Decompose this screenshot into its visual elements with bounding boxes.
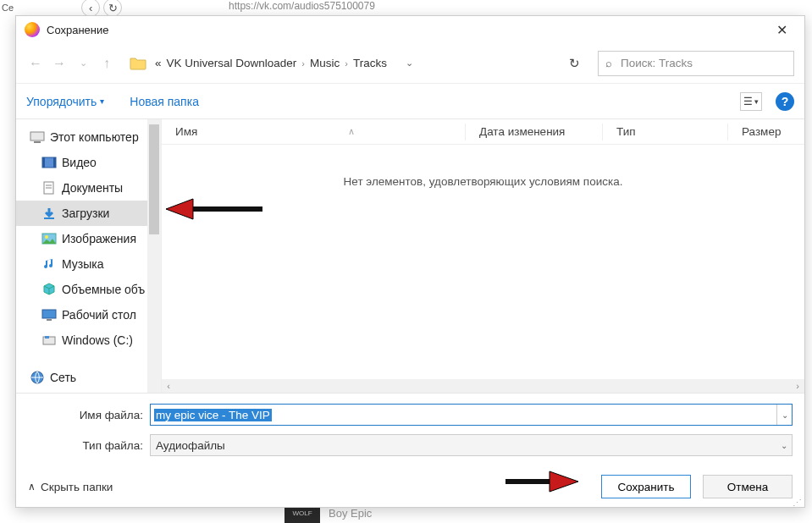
tree-item-docs[interactable]: Документы: [16, 175, 161, 201]
save-button[interactable]: Сохранить: [601, 475, 691, 498]
breadcrumb-seg-1[interactable]: Music: [310, 57, 340, 69]
filename-dropdown[interactable]: ⌄: [776, 405, 792, 425]
nav-history-dropdown[interactable]: ⌄: [74, 58, 92, 69]
bg-nav-reload: ↻: [103, 0, 122, 17]
annotation-arrow-1: [164, 197, 264, 221]
close-button[interactable]: ✕: [764, 18, 799, 41]
sort-asc-icon: ∧: [348, 126, 355, 137]
tree-item-net[interactable]: Сеть: [16, 365, 161, 390]
filetype-value: Аудиофайлы: [156, 439, 225, 452]
filetype-select[interactable]: Аудиофайлы ⌄: [150, 434, 793, 456]
list-view-icon: ☰: [743, 96, 753, 107]
svg-rect-12: [47, 319, 52, 321]
cube-icon: [41, 283, 57, 296]
hide-folders-toggle[interactable]: ∧ Скрыть папки: [28, 481, 113, 493]
form-area: Имя файла: my epic vice - The VIP ⌄ Тип …: [16, 393, 804, 471]
col-type[interactable]: Тип: [602, 124, 727, 140]
tree-item-down[interactable]: Загрузки: [16, 201, 161, 226]
img-icon: [41, 232, 57, 245]
refresh-button[interactable]: ↻: [562, 52, 586, 75]
address-row: ← → ⌄ ↑ « VK Universal Downloader › Musi…: [16, 43, 804, 84]
chevron-down-icon: ▾: [754, 97, 759, 106]
bg-url: https://vk.com/audios575100079: [229, 0, 375, 12]
search-box[interactable]: ⌕: [598, 51, 794, 76]
col-date[interactable]: Дата изменения: [465, 124, 602, 140]
svg-rect-8: [44, 217, 54, 219]
tree-item-label: Этот компьютер: [50, 130, 139, 144]
breadcrumb-prefix: «: [155, 57, 162, 69]
col-name[interactable]: Имя ∧: [162, 125, 465, 138]
filetype-dropdown-icon[interactable]: ⌄: [776, 441, 792, 450]
body: Этот компьютерВидеоДокументыЗагрузкиИзоб…: [16, 119, 804, 393]
search-icon: ⌕: [605, 57, 612, 69]
tree-item-pc[interactable]: Этот компьютер: [16, 124, 161, 150]
browser-behind: Се ‹ ↻ https://vk.com/audios575100079: [0, 0, 812, 15]
tree-item-img[interactable]: Изображения: [16, 226, 161, 251]
tree-item-label: Видео: [62, 156, 97, 169]
filetype-row: Тип файла: Аудиофайлы ⌄: [28, 434, 793, 456]
svg-rect-1: [34, 141, 41, 143]
filetype-label: Тип файла:: [28, 439, 150, 452]
svg-point-10: [45, 235, 48, 239]
scroll-right-icon[interactable]: ›: [791, 381, 804, 391]
svg-rect-4: [53, 157, 56, 168]
horizontal-scrollbar[interactable]: ‹ ›: [162, 379, 804, 393]
organize-button[interactable]: Упорядочить ▾: [26, 95, 104, 108]
firefox-icon: [25, 22, 40, 37]
file-list-pane: Имя ∧ Дата изменения Тип Размер Нет элем…: [162, 119, 804, 393]
search-input[interactable]: [619, 56, 787, 70]
hide-folders-label: Скрыть папки: [41, 481, 113, 493]
scroll-left-icon[interactable]: ‹: [162, 381, 175, 391]
col-size[interactable]: Размер: [727, 124, 804, 140]
bg-tab-label: Се: [2, 3, 14, 13]
breadcrumb-dropdown[interactable]: ⌄: [406, 58, 413, 69]
svg-marker-16: [166, 199, 193, 219]
svg-rect-3: [42, 157, 45, 168]
tree-item-cube[interactable]: Объемные объ: [16, 277, 161, 302]
view-mode-button[interactable]: ☰ ▾: [740, 92, 762, 111]
svg-marker-19: [550, 471, 578, 492]
titlebar: Сохранение ✕: [16, 16, 804, 43]
svg-rect-11: [42, 310, 56, 318]
tree-item-label: Windows (C:): [62, 333, 133, 347]
pc-icon: [30, 130, 45, 144]
chevron-right-icon: ›: [301, 58, 305, 69]
col-name-label: Имя: [175, 125, 197, 138]
nav-forward-button[interactable]: →: [50, 56, 69, 71]
new-folder-button[interactable]: Новая папка: [130, 95, 199, 108]
tree-item-desk[interactable]: Рабочий стол: [16, 302, 161, 328]
resize-grip[interactable]: ⋰: [793, 501, 803, 505]
tree-item-disk[interactable]: Windows (C:): [16, 328, 161, 353]
tree-item-label: Объемные объ: [62, 283, 145, 296]
filename-value: my epic vice - The VIP: [154, 409, 272, 421]
cancel-button[interactable]: Отмена: [703, 475, 793, 498]
nav-back-button[interactable]: ←: [26, 56, 45, 71]
tree-item-label: Рабочий стол: [62, 308, 136, 322]
filename-input[interactable]: my epic vice - The VIP ⌄: [150, 404, 793, 426]
column-headers: Имя ∧ Дата изменения Тип Размер: [162, 119, 804, 145]
help-button[interactable]: ?: [776, 92, 794, 111]
sidebar-scrollbar[interactable]: [147, 119, 161, 393]
down-icon: [41, 206, 57, 220]
chevron-right-icon: ›: [345, 58, 348, 69]
breadcrumb-seg-2[interactable]: Tracks: [353, 57, 387, 69]
tree-item-video[interactable]: Видео: [16, 150, 161, 175]
tree-item-label: Изображения: [62, 232, 136, 245]
svg-rect-0: [30, 132, 44, 140]
svg-rect-14: [45, 336, 49, 339]
annotation-arrow-2: [504, 470, 580, 493]
scrollbar-thumb[interactable]: [149, 124, 159, 234]
net-icon: [30, 371, 45, 384]
sidebar: Этот компьютерВидеоДокументыЗагрузкиИзоб…: [16, 119, 162, 393]
breadcrumb[interactable]: « VK Universal Downloader › Music › Trac…: [155, 57, 557, 69]
tree-item-label: Музыка: [62, 257, 104, 271]
folder-icon: [126, 52, 150, 75]
tree-item-music[interactable]: Музыка: [16, 251, 161, 277]
bg-artist: Boy Epic: [329, 507, 372, 520]
svg-rect-18: [505, 479, 550, 484]
tree-item-label: Сеть: [50, 371, 76, 384]
svg-rect-17: [193, 206, 262, 212]
nav-up-button[interactable]: ↑: [97, 56, 116, 71]
breadcrumb-seg-0[interactable]: VK Universal Downloader: [167, 57, 297, 69]
disk-icon: [41, 333, 57, 347]
